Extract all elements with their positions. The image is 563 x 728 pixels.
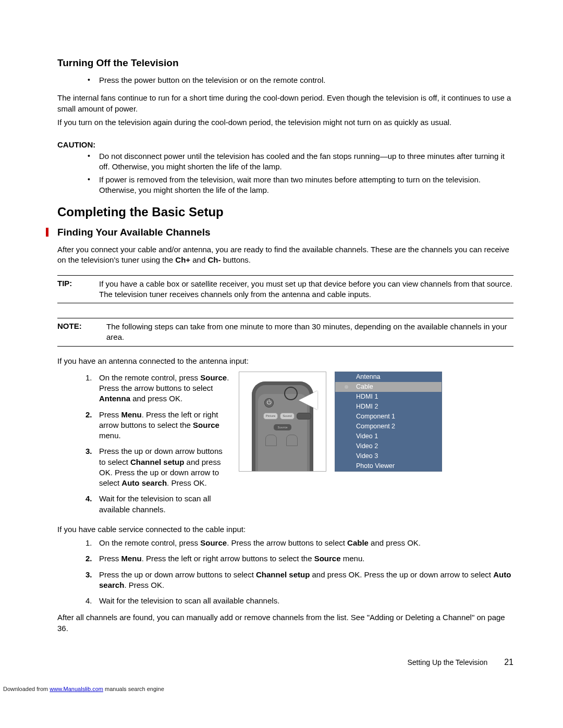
paragraph: The internal fans continue to run for a … [57, 93, 513, 114]
dpad-icon [286, 435, 298, 446]
menu-row: Video 3 [335, 451, 442, 461]
text: . Press OK. [124, 581, 164, 589]
remote-button: Picture [263, 413, 278, 419]
page-number: 21 [504, 658, 513, 667]
text: menu. [99, 431, 121, 440]
cable-lead-text: If you have cable service connected to t… [57, 524, 513, 535]
text-bold: Channel setup [256, 570, 310, 579]
caution-label: CAUTION: [57, 140, 513, 149]
menu-row-selected: Cable [335, 382, 442, 392]
menu-label: Component 2 [356, 423, 395, 430]
cursor-arrow-icon [299, 391, 317, 410]
source-menu-illustration: Antenna Cable HDMI 1 HDMI 2 Component 1 … [335, 372, 442, 472]
text: manuals search engine [103, 686, 164, 692]
remote-button [297, 413, 311, 419]
dpad-icon [265, 435, 277, 446]
menu-row: Video 2 [335, 441, 442, 451]
text: On the remote control, press [99, 373, 200, 382]
text: Wait for the television to scan all avai… [99, 596, 279, 605]
text: buttons. [221, 255, 251, 264]
menu-label: Video 2 [356, 442, 378, 450]
selection-dot-icon [345, 385, 348, 389]
paragraph: If you turn on the television again duri… [57, 117, 513, 128]
text-bold: Channel setup [130, 458, 184, 466]
list-item: Do not disconnect power until the televi… [85, 151, 513, 172]
remote-button-source: Source [274, 424, 291, 430]
remote-button: Sound [280, 413, 295, 419]
text-bold: Source [314, 554, 341, 563]
paragraph: After all channels are found, you can ma… [57, 612, 513, 634]
menu-label: Video 3 [356, 452, 378, 460]
text: Downloaded from [3, 686, 50, 692]
list-item: 1. On the remote control, press Source. … [85, 538, 513, 548]
text: Press [99, 410, 121, 419]
note-box: NOTE: The following steps can take from … [57, 318, 513, 347]
revision-bar-icon [46, 228, 48, 237]
menu-label: Antenna [356, 373, 381, 380]
list-item: 1. On the remote control, press Source. … [85, 373, 229, 404]
antenna-lead-text: If you have an antenna connected to the … [57, 356, 513, 366]
heading-completing-setup: Completing the Basic Setup [57, 205, 513, 219]
heading-turning-off: Turning Off the Television [57, 57, 513, 69]
tip-text: If you have a cable box or satellite rec… [99, 279, 513, 300]
text: and [190, 255, 207, 264]
menu-label: HDMI 1 [356, 393, 378, 400]
text: . Press the left or right arrow buttons … [142, 554, 314, 563]
menu-row: HDMI 2 [335, 402, 442, 412]
text-bold: Source [193, 421, 219, 429]
menu-label: HDMI 2 [356, 403, 378, 410]
menu-row: HDMI 1 [335, 392, 442, 402]
menu-label: Component 1 [356, 413, 395, 420]
power-off-list: Press the power button on the television… [57, 75, 513, 85]
menu-row: Component 2 [335, 422, 442, 431]
remote-control-illustration: Picture Sound Source [239, 372, 326, 472]
text-bold: Antenna [99, 394, 130, 403]
caution-list: Do not disconnect power until the televi… [57, 151, 513, 195]
menu-label: Cable [356, 383, 373, 390]
highlight-circle-icon [284, 387, 298, 400]
note-label: NOTE: [57, 322, 106, 330]
heading-text: Finding Your Available Channels [57, 227, 211, 238]
heading-finding-channels: Finding Your Available Channels [57, 227, 513, 238]
cable-steps-list: 1. On the remote control, press Source. … [57, 538, 513, 606]
manual-page: Turning Off the Television Press the pow… [0, 0, 563, 698]
text: and press OK. Press the up or down arrow… [310, 570, 493, 579]
text: and press OK. [130, 394, 182, 403]
text: . Press the arrow buttons to select [227, 538, 347, 547]
text: and press OK. [369, 538, 421, 547]
footer-section-text: Setting Up the Television [407, 658, 487, 667]
text: After you connect your cable and/or ante… [57, 245, 509, 264]
text: On the remote control, press [99, 538, 200, 547]
text: Press [99, 554, 121, 563]
text: Wait for the television to scan all avai… [99, 494, 211, 513]
list-item: 4. Wait for the television to scan all a… [85, 596, 513, 606]
menu-row: Antenna [335, 372, 442, 382]
text-bold: Auto search [121, 478, 167, 487]
manualslib-link[interactable]: www.Manualslib.com [50, 686, 103, 692]
text-bold: Source [200, 373, 227, 382]
list-item: 3. Press the up or down arrow buttons to… [85, 570, 513, 591]
page-footer: Setting Up the Television 21 [407, 658, 513, 667]
menu-row: Photo Viewer [335, 461, 442, 471]
menu-label: Video 1 [356, 433, 378, 440]
text: menu. [341, 554, 365, 563]
tip-label: TIP: [57, 279, 99, 288]
note-text: The following steps can take from one mi… [106, 322, 513, 343]
list-item: 2. Press Menu. Press the left or right a… [85, 553, 513, 564]
menu-row: Component 1 [335, 412, 442, 422]
text-bold: Menu [121, 410, 142, 419]
text: Press the up or down arrow buttons to se… [99, 570, 256, 579]
text-bold: Source [200, 538, 227, 547]
list-item: 3. Press the up or down arrow buttons to… [85, 446, 229, 488]
list-item: 2. Press Menu. Press the left or right a… [85, 410, 229, 441]
antenna-steps-list: 1. On the remote control, press Source. … [57, 373, 229, 515]
antenna-steps-row: 1. On the remote control, press Source. … [57, 369, 513, 521]
list-item: Press the power button on the television… [85, 75, 513, 85]
text-bold: Ch+ [175, 255, 190, 264]
tip-box: TIP: If you have a cable box or satellit… [57, 275, 513, 304]
menu-row: Video 1 [335, 431, 442, 441]
text-bold: Ch- [207, 255, 221, 264]
paragraph: After you connect your cable and/or ante… [57, 244, 513, 266]
list-item: 4. Wait for the television to scan all a… [85, 493, 229, 515]
text-bold: Menu [121, 554, 142, 563]
